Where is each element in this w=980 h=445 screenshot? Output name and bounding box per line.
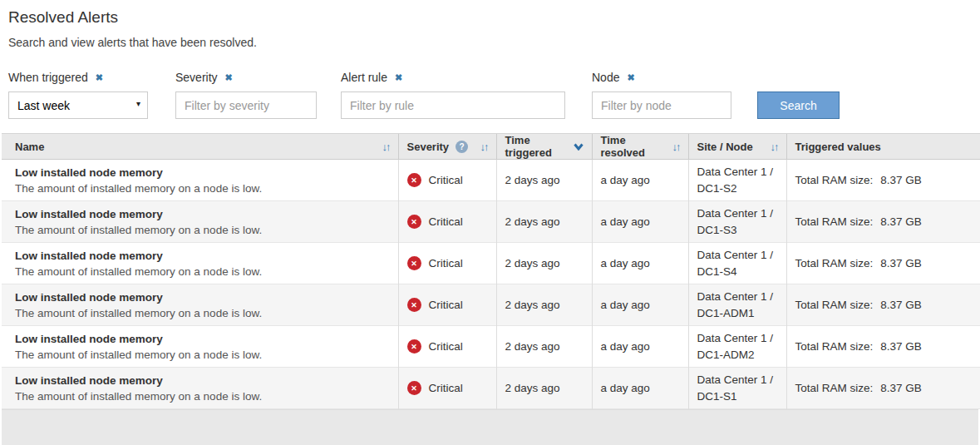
filter-severity-label: Severity ✖: [175, 71, 317, 84]
resolved-alerts-table: Name ↓↑ Severity ? ↓↑ Time triggered: [2, 133, 980, 409]
filter-when-triggered-label-text: When triggered: [8, 71, 88, 84]
table-row: Low installed node memory The amount of …: [2, 201, 980, 243]
when-triggered-select-wrap: Last week ▾: [8, 91, 148, 119]
time-resolved-cell: a day ago: [592, 243, 688, 284]
column-header-severity-label: Severity: [407, 141, 450, 153]
node-filter-input[interactable]: [592, 91, 731, 119]
column-header-time-triggered[interactable]: Time triggered: [496, 134, 592, 160]
triggered-values-cell: Total RAM size:8.37 GB: [786, 326, 980, 368]
alert-name-cell: Low installed node memory The amount of …: [2, 284, 398, 326]
column-header-severity[interactable]: Severity ? ↓↑: [398, 134, 496, 160]
site-name: Data Center 1 /: [697, 205, 778, 222]
alert-name-cell: Low installed node memory The amount of …: [2, 368, 398, 409]
column-header-time-resolved[interactable]: Time resolved ↓↑: [592, 134, 688, 160]
severity-label: Critical: [429, 382, 463, 394]
site-name: Data Center 1 /: [697, 247, 778, 264]
severity-info-icon[interactable]: ?: [456, 141, 468, 153]
filter-when-triggered-label: When triggered ✖: [8, 71, 148, 84]
site-name: Data Center 1 /: [697, 289, 778, 305]
alert-name: Low installed node memory: [15, 250, 390, 262]
severity-label: Critical: [429, 257, 463, 269]
table-header-row: Name ↓↑ Severity ? ↓↑ Time triggered: [2, 134, 980, 160]
alert-name-cell: Low installed node memory The amount of …: [2, 160, 398, 201]
triggered-values-cell: Total RAM size:8.37 GB: [786, 284, 980, 326]
triggered-value-label: Total RAM size:: [795, 257, 874, 269]
alert-description: The amount of installed memory on a node…: [15, 307, 390, 319]
critical-icon: ✕: [407, 381, 421, 395]
remove-filter-alert-rule-icon[interactable]: ✖: [395, 73, 402, 82]
filter-when-triggered: When triggered ✖ Last week ▾: [8, 71, 148, 119]
severity-label: Critical: [429, 174, 463, 186]
filter-severity: Severity ✖: [175, 71, 317, 119]
triggered-value: 8.37 GB: [880, 215, 922, 228]
alert-name: Low installed node memory: [15, 333, 390, 345]
table-row: Low installed node memory The amount of …: [2, 284, 980, 326]
column-header-name[interactable]: Name ↓↑: [2, 134, 398, 160]
column-header-triggered-values-label: Triggered values: [795, 141, 881, 153]
triggered-value: 8.37 GB: [880, 174, 922, 186]
filter-alert-rule-label-text: Alert rule: [341, 71, 387, 84]
alert-name-cell: Low installed node memory The amount of …: [2, 201, 398, 243]
severity-label: Critical: [429, 299, 463, 311]
alert-name-cell: Low installed node memory The amount of …: [2, 326, 398, 368]
triggered-value: 8.37 GB: [880, 382, 922, 394]
triggered-value-label: Total RAM size:: [795, 299, 874, 311]
table-row: Low installed node memory The amount of …: [2, 243, 980, 284]
severity-cell: ✕ Critical: [398, 326, 496, 368]
site-name: Data Center 1 /: [697, 330, 778, 347]
column-header-time-resolved-label: Time resolved: [601, 134, 672, 159]
node-name: DC1-S4: [697, 264, 778, 280]
node-name: DC1-S1: [697, 388, 778, 405]
node-name: DC1-ADM2: [697, 347, 778, 363]
triggered-value: 8.37 GB: [880, 299, 922, 311]
node-name: DC1-ADM1: [697, 305, 778, 322]
triggered-value-label: Total RAM size:: [795, 215, 874, 228]
time-triggered-cell: 2 days ago: [496, 284, 592, 326]
time-triggered-cell: 2 days ago: [496, 201, 592, 243]
site-node-cell: Data Center 1 / DC1-S1: [688, 368, 786, 409]
triggered-values-cell: Total RAM size:8.37 GB: [786, 201, 980, 243]
table-footer-band: [2, 409, 978, 445]
time-triggered-cell: 2 days ago: [496, 368, 592, 409]
site-node-cell: Data Center 1 / DC1-S3: [688, 201, 786, 243]
alert-description: The amount of installed memory on a node…: [15, 390, 390, 403]
triggered-value-label: Total RAM size:: [795, 174, 874, 186]
time-triggered-cell: 2 days ago: [496, 160, 592, 201]
alert-name: Low installed node memory: [15, 291, 390, 304]
site-node-cell: Data Center 1 / DC1-S2: [688, 160, 786, 201]
triggered-values-cell: Total RAM size:8.37 GB: [786, 368, 980, 409]
search-button[interactable]: Search: [757, 91, 840, 119]
when-triggered-select[interactable]: Last week: [8, 91, 148, 119]
table-row: Low installed node memory The amount of …: [2, 368, 980, 409]
alert-name-cell: Low installed node memory The amount of …: [2, 243, 398, 284]
alert-rule-filter-input[interactable]: [341, 91, 565, 119]
column-header-triggered-values: Triggered values: [786, 134, 980, 160]
severity-filter-input[interactable]: [175, 91, 317, 119]
remove-filter-node-icon[interactable]: ✖: [627, 73, 634, 82]
sort-desc-icon: [574, 141, 584, 153]
time-triggered-cell: 2 days ago: [496, 326, 592, 368]
time-resolved-cell: a day ago: [592, 284, 688, 326]
severity-cell: ✕ Critical: [398, 368, 496, 409]
triggered-value: 8.37 GB: [880, 340, 922, 353]
severity-cell: ✕ Critical: [398, 201, 496, 243]
critical-icon: ✕: [407, 215, 421, 229]
filter-alert-rule-label: Alert rule ✖: [341, 71, 565, 84]
remove-filter-when-triggered-icon[interactable]: ✖: [96, 73, 103, 82]
site-name: Data Center 1 /: [697, 372, 778, 388]
alert-description: The amount of installed memory on a node…: [15, 349, 390, 361]
triggered-value-label: Total RAM size:: [795, 382, 874, 394]
triggered-values-cell: Total RAM size:8.37 GB: [786, 243, 980, 284]
page-subtitle: Search and view alerts that have been re…: [8, 36, 980, 49]
filter-severity-label-text: Severity: [175, 71, 218, 84]
triggered-value: 8.37 GB: [880, 257, 922, 269]
severity-cell: ✕ Critical: [398, 160, 496, 201]
column-header-site-node[interactable]: Site / Node ↓↑: [688, 134, 786, 160]
severity-cell: ✕ Critical: [398, 284, 496, 326]
remove-filter-severity-icon[interactable]: ✖: [225, 73, 233, 82]
column-header-name-label: Name: [15, 141, 44, 153]
alert-description: The amount of installed memory on a node…: [15, 224, 390, 236]
site-node-cell: Data Center 1 / DC1-ADM1: [688, 284, 786, 326]
time-resolved-cell: a day ago: [592, 368, 688, 409]
table-row: Low installed node memory The amount of …: [2, 160, 980, 201]
